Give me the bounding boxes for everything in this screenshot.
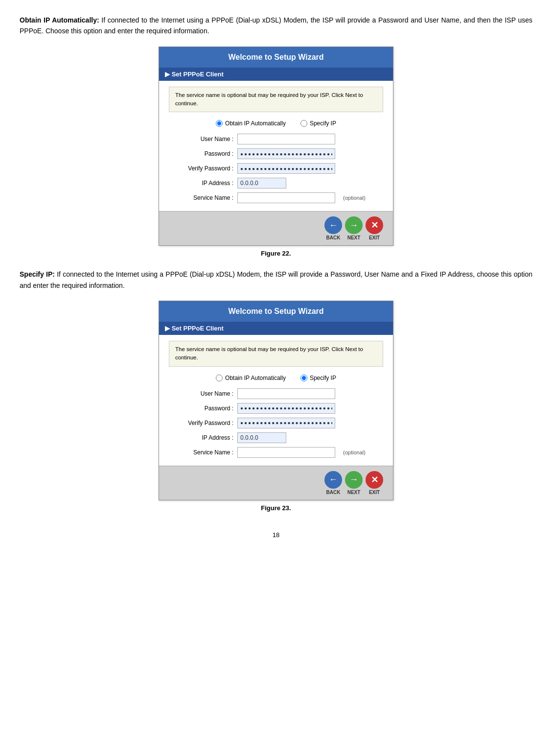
- wizard-footer-fig23: ← BACK → NEXT ✕ EXIT: [159, 466, 393, 500]
- section1-intro: Obtain IP Automatically: If connected to…: [20, 15, 532, 37]
- next-button-fig23[interactable]: → NEXT: [345, 471, 363, 495]
- next-icon-fig22: →: [345, 216, 363, 234]
- radio-obtain-label-fig23[interactable]: Obtain IP Automatically: [216, 375, 286, 381]
- figure22-container: Welcome to Setup Wizard Set PPPoE Client…: [20, 47, 532, 258]
- info-box-fig23: The service name is optional but may be …: [169, 341, 383, 367]
- page-number: 18: [20, 531, 532, 539]
- next-button-fig22[interactable]: → NEXT: [345, 216, 363, 240]
- radio-obtain-text-fig23: Obtain IP Automatically: [225, 375, 286, 381]
- radio-row-fig22: Obtain IP Automatically Specify IP: [169, 120, 383, 127]
- section2-text: If connected to the Internet using a PPP…: [20, 270, 532, 289]
- wizard-header-fig23: Welcome to Setup Wizard: [159, 301, 393, 322]
- service-name-input-fig22[interactable]: [237, 192, 335, 203]
- username-input-fig23[interactable]: [237, 388, 335, 399]
- back-button-fig22[interactable]: ← BACK: [324, 216, 342, 240]
- service-name-input-fig23[interactable]: [237, 447, 335, 458]
- radio-obtain-label-fig22[interactable]: Obtain IP Automatically: [216, 120, 286, 127]
- back-icon-fig23: ←: [324, 471, 342, 489]
- ip-address-label-fig22: IP Address :: [174, 180, 237, 187]
- back-icon-fig22: ←: [324, 216, 342, 234]
- radio-specify-label-fig22[interactable]: Specify IP: [300, 120, 336, 127]
- radio-specify-fig23[interactable]: [300, 375, 307, 381]
- wizard-box-fig22: Welcome to Setup Wizard Set PPPoE Client…: [159, 47, 393, 246]
- verify-password-input-fig23[interactable]: [237, 418, 335, 428]
- radio-obtain-fig22[interactable]: [216, 120, 223, 127]
- username-label-fig22: User Name :: [174, 136, 237, 142]
- wizard-box-fig23: Welcome to Setup Wizard Set PPPoE Client…: [159, 301, 393, 500]
- wizard-subheader-fig22: Set PPPoE Client: [159, 68, 393, 81]
- exit-button-fig22[interactable]: ✕ EXIT: [366, 216, 383, 240]
- back-button-fig23[interactable]: ← BACK: [324, 471, 342, 495]
- wizard-footer-fig22: ← BACK → NEXT ✕ EXIT: [159, 211, 393, 245]
- exit-icon-fig23: ✕: [366, 471, 383, 489]
- wizard-body-fig23: The service name is optional but may be …: [159, 335, 393, 466]
- service-name-label-fig22: Service Name :: [174, 194, 237, 201]
- password-input-fig22[interactable]: [237, 148, 335, 159]
- wizard-body-fig22: The service name is optional but may be …: [159, 81, 393, 212]
- figure23-caption: Figure 23.: [261, 504, 291, 512]
- optional-text-fig23: (optional): [340, 449, 378, 455]
- radio-specify-text-fig22: Specify IP: [310, 120, 336, 127]
- optional-text-fig22: (optional): [340, 195, 378, 201]
- password-label-fig23: Password :: [174, 405, 237, 412]
- verify-password-label-fig23: Verify Password :: [174, 420, 237, 426]
- ip-address-input-fig22[interactable]: [237, 178, 286, 189]
- info-box-fig22: The service name is optional but may be …: [169, 87, 383, 113]
- password-label-fig22: Password :: [174, 150, 237, 157]
- verify-password-input-fig22[interactable]: [237, 163, 335, 174]
- section1-bold: Obtain IP Automatically:: [20, 16, 99, 24]
- radio-specify-label-fig23[interactable]: Specify IP: [300, 375, 336, 381]
- section2-intro: Specify IP: If connected to the Internet…: [20, 269, 532, 291]
- radio-row-fig23: Obtain IP Automatically Specify IP: [169, 375, 383, 381]
- section2-bold: Specify IP:: [20, 270, 55, 278]
- figure22-caption: Figure 22.: [261, 250, 291, 257]
- wizard-header-fig22: Welcome to Setup Wizard: [159, 47, 393, 68]
- form-grid-fig22: User Name : Password : Verify Password :…: [174, 134, 378, 203]
- ip-address-label-fig23: IP Address :: [174, 434, 237, 441]
- username-label-fig23: User Name :: [174, 390, 237, 397]
- form-grid-fig23: User Name : Password : Verify Password :…: [174, 388, 378, 458]
- radio-obtain-text-fig22: Obtain IP Automatically: [225, 120, 286, 127]
- password-input-fig23[interactable]: [237, 403, 335, 414]
- radio-obtain-fig23[interactable]: [216, 375, 223, 381]
- exit-button-fig23[interactable]: ✕ EXIT: [366, 471, 383, 495]
- username-input-fig22[interactable]: [237, 134, 335, 144]
- service-name-label-fig23: Service Name :: [174, 449, 237, 456]
- exit-icon-fig22: ✕: [366, 216, 383, 234]
- figure23-container: Welcome to Setup Wizard Set PPPoE Client…: [20, 301, 532, 512]
- radio-specify-fig22[interactable]: [300, 120, 307, 127]
- wizard-subheader-fig23: Set PPPoE Client: [159, 322, 393, 335]
- next-icon-fig23: →: [345, 471, 363, 489]
- verify-password-label-fig22: Verify Password :: [174, 165, 237, 172]
- ip-address-input-fig23[interactable]: [237, 432, 286, 443]
- radio-specify-text-fig23: Specify IP: [310, 375, 336, 381]
